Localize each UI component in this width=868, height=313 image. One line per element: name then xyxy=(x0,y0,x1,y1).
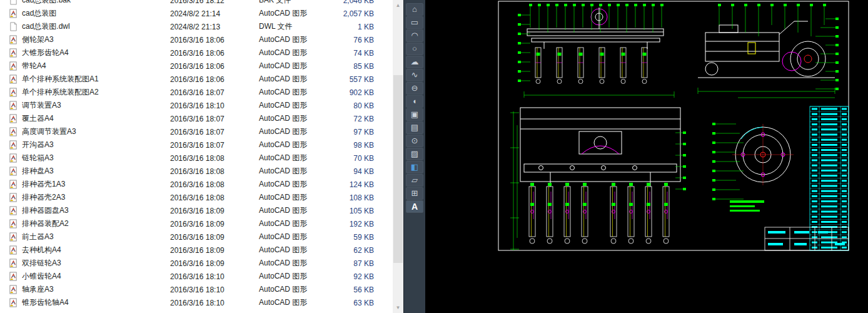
hatch-tool-icon[interactable]: ▨ xyxy=(406,148,423,160)
file-size: 87 KB xyxy=(325,259,376,268)
make-block-icon[interactable]: ▤ xyxy=(406,121,423,134)
region-tool-icon[interactable]: ▱ xyxy=(406,174,423,187)
file-size: 2,057 KB xyxy=(325,9,376,18)
file-size: 80 KB xyxy=(325,101,376,110)
file-row[interactable]: 单个排种系统装配图A22016/3/16 18:07AutoCAD 图形902 … xyxy=(0,86,393,99)
file-type: AutoCAD 图形 xyxy=(259,232,325,242)
autocad-file-icon xyxy=(9,74,18,84)
rectangle-tool-icon[interactable]: ▭ xyxy=(406,16,423,29)
file-type: AutoCAD 图形 xyxy=(259,87,325,98)
file-row[interactable]: 排种器圆盘A32016/3/16 18:09AutoCAD 图形105 KB xyxy=(0,204,393,217)
file-date: 2016/3/16 18:06 xyxy=(170,75,259,84)
file-row[interactable]: 排种器壳2A32016/3/16 18:08AutoCAD 图形108 KB xyxy=(0,191,393,204)
file-row[interactable]: 轴承座A32016/3/16 18:10AutoCAD 图形56 KB xyxy=(0,283,393,296)
file-size: 59 KB xyxy=(325,233,376,242)
file-row[interactable]: 排种器装配A22016/3/16 18:09AutoCAD 图形192 KB xyxy=(0,217,393,230)
file-date: 2016/3/16 18:10 xyxy=(170,285,259,294)
ellipse-arc-icon[interactable]: ◖ xyxy=(406,95,423,108)
file-size: 92 KB xyxy=(325,272,376,281)
file-size: 902 KB xyxy=(325,88,376,97)
file-name: 单个排种系统装配图A1 xyxy=(22,74,170,85)
file-type: AutoCAD 图形 xyxy=(259,218,325,229)
file-date: 2016/3/16 18:07 xyxy=(170,88,259,97)
file-row[interactable]: 链轮箱A32016/3/16 18:08AutoCAD 图形70 KB xyxy=(0,151,393,165)
file-row[interactable]: 单个排种系统装配图A12016/3/16 18:06AutoCAD 图形557 … xyxy=(0,73,393,86)
file-size: 56 KB xyxy=(325,285,376,294)
file-size: 98 KB xyxy=(325,141,376,150)
table-tool-icon[interactable]: ⊞ xyxy=(406,187,423,200)
scroll-down-icon[interactable]: ▼ xyxy=(393,302,403,313)
file-row[interactable]: 侧轮架A32016/3/16 18:06AutoCAD 图形76 KB xyxy=(0,33,393,46)
file-row[interactable]: 开沟器A32016/3/16 18:07AutoCAD 图形98 KB xyxy=(0,138,393,151)
file-size: 105 KB xyxy=(325,207,376,215)
file-row[interactable]: 高度调节装置A32016/3/16 18:07AutoCAD 图形97 KB xyxy=(0,125,393,138)
autocad-file-icon xyxy=(9,167,18,176)
file-type: AutoCAD 图形 xyxy=(259,258,325,269)
file-row[interactable]: 排种盘A32016/3/16 18:08AutoCAD 图形94 KB xyxy=(0,165,393,178)
file-row[interactable]: 去种机构A42016/3/16 18:09AutoCAD 图形62 KB xyxy=(0,244,393,257)
file-row[interactable]: 调节装置A32016/3/16 18:10AutoCAD 图形80 KB xyxy=(0,99,393,112)
file-name: 排种器装配A2 xyxy=(22,218,170,229)
file-name: 排种盘A3 xyxy=(22,166,170,177)
file-row[interactable]: 锥形齿轮轴A42016/3/16 18:10AutoCAD 图形63 KB xyxy=(0,296,393,309)
file-size: 74 KB xyxy=(325,49,376,58)
file-date: 2016/3/16 18:07 xyxy=(170,141,259,150)
file-row[interactable]: 双排链轮A32016/3/16 18:09AutoCAD 图形87 KB xyxy=(0,257,393,270)
file-date: 2016/3/16 18:08 xyxy=(170,193,259,202)
scroll-up-icon[interactable]: ▲ xyxy=(393,0,403,11)
file-name: 锥形齿轮轴A4 xyxy=(22,297,170,308)
file-size: 108 KB xyxy=(325,193,376,202)
file-name: 带轮A4 xyxy=(22,61,170,71)
file-type: AutoCAD 图形 xyxy=(259,284,325,295)
autocad-file-icon xyxy=(9,127,18,136)
file-row[interactable]: 带轮A42016/3/16 18:06AutoCAD 图形85 KB xyxy=(0,59,393,73)
cad-drawing-svg xyxy=(425,0,868,313)
file-name: 开沟器A3 xyxy=(22,140,170,150)
file-date: 2016/3/16 18:09 xyxy=(170,259,259,268)
file-row[interactable]: 前土器A32016/3/16 18:09AutoCAD 图形59 KB xyxy=(0,230,393,244)
file-date: 2016/3/16 18:10 xyxy=(170,101,259,110)
file-type: AutoCAD 图形 xyxy=(259,179,325,190)
file-name: 排种器圆盘A3 xyxy=(22,205,170,216)
circle-tool-icon[interactable]: ○ xyxy=(406,43,423,55)
file-date: 2016/3/16 18:07 xyxy=(170,115,259,123)
file-date: 2024/8/2 21:14 xyxy=(170,9,259,18)
ellipse-tool-icon[interactable]: ⊖ xyxy=(406,82,423,95)
arc-tool-icon[interactable]: ◠ xyxy=(406,29,423,42)
autocad-file-icon xyxy=(9,206,18,215)
file-row[interactable]: 小锥齿轮A42016/3/16 18:10AutoCAD 图形92 KB xyxy=(0,270,393,283)
file-type: AutoCAD 图形 xyxy=(259,297,325,308)
file-size: 124 KB xyxy=(325,180,376,189)
gradient-tool-icon[interactable]: ◧ xyxy=(406,161,423,173)
file-date: 2016/3/16 18:06 xyxy=(170,36,259,44)
file-type: AutoCAD 图形 xyxy=(259,61,325,71)
autocad-file-icon xyxy=(9,88,18,97)
file-list-scrollbar[interactable]: ▲ ▼ xyxy=(393,0,403,313)
scrollbar-thumb[interactable] xyxy=(393,75,403,263)
file-type: AutoCAD 图形 xyxy=(259,74,325,85)
insert-block-icon[interactable]: ▣ xyxy=(406,108,423,121)
file-type: AutoCAD 图形 xyxy=(259,8,325,19)
file-row[interactable]: 大锥形齿轮A42016/3/16 18:06AutoCAD 图形74 KB xyxy=(0,46,393,59)
multiline-text-icon[interactable]: A xyxy=(406,200,423,213)
file-row[interactable]: cad总装图.dwl2024/8/2 21:13DWL 文件1 KB xyxy=(0,20,393,33)
autocad-file-icon xyxy=(9,9,18,18)
autocad-file-icon xyxy=(9,180,18,189)
file-row[interactable]: 覆土器A42016/3/16 18:07AutoCAD 图形72 KB xyxy=(0,112,393,125)
file-type: AutoCAD 图形 xyxy=(259,48,325,58)
file-row[interactable]: cad总装图.bak2016/3/16 18:12BAK 文件2,046 KB xyxy=(0,0,393,7)
file-type: AutoCAD 图形 xyxy=(259,192,325,203)
file-name: 单个排种系统装配图A2 xyxy=(22,87,170,98)
file-row[interactable]: cad总装图2024/8/2 21:14AutoCAD 图形2,057 KB xyxy=(0,7,393,20)
revision-cloud-icon[interactable]: ☁ xyxy=(406,56,423,68)
file-type: AutoCAD 图形 xyxy=(259,113,325,124)
file-name: 轴承座A3 xyxy=(22,284,170,295)
file-icon xyxy=(9,0,18,5)
file-date: 2016/3/16 18:08 xyxy=(170,180,259,189)
point-tool-icon[interactable]: ⊙ xyxy=(406,135,423,147)
home-icon[interactable]: ⌂ xyxy=(406,3,423,16)
spline-tool-icon[interactable]: ∿ xyxy=(406,69,423,81)
autocad-file-icon xyxy=(9,35,18,44)
file-row[interactable]: 排种器壳1A32016/3/16 18:08AutoCAD 图形124 KB xyxy=(0,178,393,191)
autocad-drawing-canvas[interactable] xyxy=(425,0,868,313)
